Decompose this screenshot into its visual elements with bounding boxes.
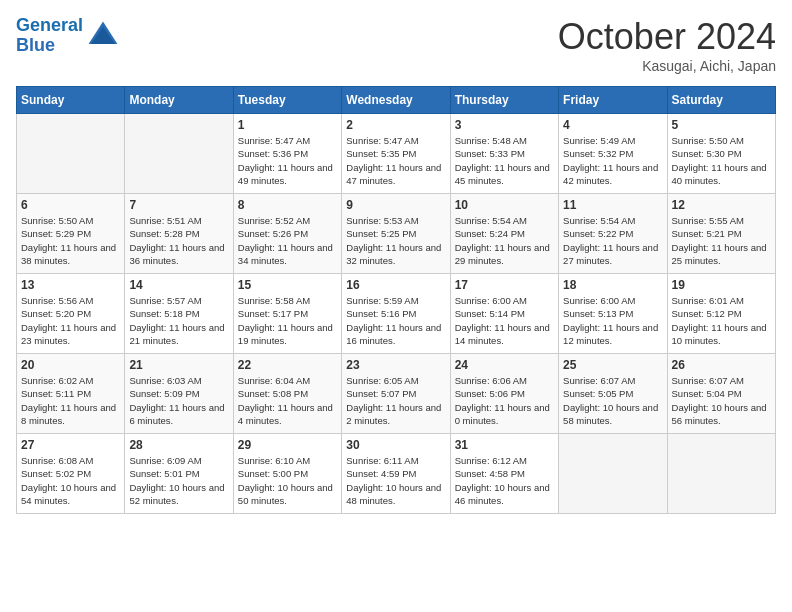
calendar-cell: 21Sunrise: 6:03 AM Sunset: 5:09 PM Dayli…: [125, 354, 233, 434]
day-number: 28: [129, 438, 228, 452]
calendar-cell: 16Sunrise: 5:59 AM Sunset: 5:16 PM Dayli…: [342, 274, 450, 354]
day-number: 5: [672, 118, 771, 132]
day-number: 24: [455, 358, 554, 372]
calendar-cell: 31Sunrise: 6:12 AM Sunset: 4:58 PM Dayli…: [450, 434, 558, 514]
day-info: Sunrise: 5:54 AM Sunset: 5:22 PM Dayligh…: [563, 214, 662, 267]
day-number: 29: [238, 438, 337, 452]
day-number: 18: [563, 278, 662, 292]
logo: GeneralBlue: [16, 16, 119, 56]
day-number: 8: [238, 198, 337, 212]
day-info: Sunrise: 6:00 AM Sunset: 5:13 PM Dayligh…: [563, 294, 662, 347]
day-info: Sunrise: 5:57 AM Sunset: 5:18 PM Dayligh…: [129, 294, 228, 347]
calendar-cell: 30Sunrise: 6:11 AM Sunset: 4:59 PM Dayli…: [342, 434, 450, 514]
day-number: 16: [346, 278, 445, 292]
calendar-cell: 6Sunrise: 5:50 AM Sunset: 5:29 PM Daylig…: [17, 194, 125, 274]
day-of-week-header: Thursday: [450, 87, 558, 114]
calendar-cell: 13Sunrise: 5:56 AM Sunset: 5:20 PM Dayli…: [17, 274, 125, 354]
day-info: Sunrise: 6:10 AM Sunset: 5:00 PM Dayligh…: [238, 454, 337, 507]
day-number: 23: [346, 358, 445, 372]
day-number: 10: [455, 198, 554, 212]
calendar-cell: 26Sunrise: 6:07 AM Sunset: 5:04 PM Dayli…: [667, 354, 775, 434]
day-info: Sunrise: 5:58 AM Sunset: 5:17 PM Dayligh…: [238, 294, 337, 347]
day-of-week-header: Friday: [559, 87, 667, 114]
day-info: Sunrise: 5:47 AM Sunset: 5:35 PM Dayligh…: [346, 134, 445, 187]
day-number: 11: [563, 198, 662, 212]
calendar-cell: 24Sunrise: 6:06 AM Sunset: 5:06 PM Dayli…: [450, 354, 558, 434]
calendar-cell: 3Sunrise: 5:48 AM Sunset: 5:33 PM Daylig…: [450, 114, 558, 194]
calendar-cell: 29Sunrise: 6:10 AM Sunset: 5:00 PM Dayli…: [233, 434, 341, 514]
calendar-week-row: 13Sunrise: 5:56 AM Sunset: 5:20 PM Dayli…: [17, 274, 776, 354]
day-info: Sunrise: 6:07 AM Sunset: 5:04 PM Dayligh…: [672, 374, 771, 427]
day-info: Sunrise: 6:01 AM Sunset: 5:12 PM Dayligh…: [672, 294, 771, 347]
day-info: Sunrise: 5:50 AM Sunset: 5:29 PM Dayligh…: [21, 214, 120, 267]
day-info: Sunrise: 5:50 AM Sunset: 5:30 PM Dayligh…: [672, 134, 771, 187]
day-info: Sunrise: 6:02 AM Sunset: 5:11 PM Dayligh…: [21, 374, 120, 427]
day-number: 12: [672, 198, 771, 212]
day-of-week-header: Sunday: [17, 87, 125, 114]
day-number: 30: [346, 438, 445, 452]
calendar-cell: [559, 434, 667, 514]
day-number: 1: [238, 118, 337, 132]
day-number: 9: [346, 198, 445, 212]
day-info: Sunrise: 6:03 AM Sunset: 5:09 PM Dayligh…: [129, 374, 228, 427]
day-number: 21: [129, 358, 228, 372]
day-of-week-header: Wednesday: [342, 87, 450, 114]
logo-text: GeneralBlue: [16, 16, 83, 56]
calendar-cell: [125, 114, 233, 194]
calendar-cell: 12Sunrise: 5:55 AM Sunset: 5:21 PM Dayli…: [667, 194, 775, 274]
day-info: Sunrise: 5:59 AM Sunset: 5:16 PM Dayligh…: [346, 294, 445, 347]
calendar-cell: 14Sunrise: 5:57 AM Sunset: 5:18 PM Dayli…: [125, 274, 233, 354]
calendar-cell: 2Sunrise: 5:47 AM Sunset: 5:35 PM Daylig…: [342, 114, 450, 194]
calendar-cell: [17, 114, 125, 194]
day-of-week-header: Saturday: [667, 87, 775, 114]
calendar-cell: 23Sunrise: 6:05 AM Sunset: 5:07 PM Dayli…: [342, 354, 450, 434]
day-info: Sunrise: 5:54 AM Sunset: 5:24 PM Dayligh…: [455, 214, 554, 267]
day-number: 19: [672, 278, 771, 292]
day-of-week-header: Tuesday: [233, 87, 341, 114]
calendar-cell: 28Sunrise: 6:09 AM Sunset: 5:01 PM Dayli…: [125, 434, 233, 514]
day-number: 7: [129, 198, 228, 212]
calendar-cell: 10Sunrise: 5:54 AM Sunset: 5:24 PM Dayli…: [450, 194, 558, 274]
day-info: Sunrise: 5:48 AM Sunset: 5:33 PM Dayligh…: [455, 134, 554, 187]
calendar-week-row: 20Sunrise: 6:02 AM Sunset: 5:11 PM Dayli…: [17, 354, 776, 434]
day-info: Sunrise: 5:53 AM Sunset: 5:25 PM Dayligh…: [346, 214, 445, 267]
calendar-cell: 1Sunrise: 5:47 AM Sunset: 5:36 PM Daylig…: [233, 114, 341, 194]
day-number: 31: [455, 438, 554, 452]
calendar-cell: 19Sunrise: 6:01 AM Sunset: 5:12 PM Dayli…: [667, 274, 775, 354]
calendar-week-row: 6Sunrise: 5:50 AM Sunset: 5:29 PM Daylig…: [17, 194, 776, 274]
location: Kasugai, Aichi, Japan: [558, 58, 776, 74]
day-number: 25: [563, 358, 662, 372]
day-info: Sunrise: 6:04 AM Sunset: 5:08 PM Dayligh…: [238, 374, 337, 427]
calendar-cell: 9Sunrise: 5:53 AM Sunset: 5:25 PM Daylig…: [342, 194, 450, 274]
calendar-cell: 7Sunrise: 5:51 AM Sunset: 5:28 PM Daylig…: [125, 194, 233, 274]
day-info: Sunrise: 5:52 AM Sunset: 5:26 PM Dayligh…: [238, 214, 337, 267]
day-number: 14: [129, 278, 228, 292]
day-info: Sunrise: 6:07 AM Sunset: 5:05 PM Dayligh…: [563, 374, 662, 427]
day-number: 13: [21, 278, 120, 292]
day-info: Sunrise: 5:56 AM Sunset: 5:20 PM Dayligh…: [21, 294, 120, 347]
day-info: Sunrise: 5:51 AM Sunset: 5:28 PM Dayligh…: [129, 214, 228, 267]
day-info: Sunrise: 6:12 AM Sunset: 4:58 PM Dayligh…: [455, 454, 554, 507]
calendar-table: SundayMondayTuesdayWednesdayThursdayFrid…: [16, 86, 776, 514]
day-number: 4: [563, 118, 662, 132]
calendar-week-row: 27Sunrise: 6:08 AM Sunset: 5:02 PM Dayli…: [17, 434, 776, 514]
calendar-cell: 18Sunrise: 6:00 AM Sunset: 5:13 PM Dayli…: [559, 274, 667, 354]
calendar-cell: 25Sunrise: 6:07 AM Sunset: 5:05 PM Dayli…: [559, 354, 667, 434]
calendar-cell: 11Sunrise: 5:54 AM Sunset: 5:22 PM Dayli…: [559, 194, 667, 274]
day-info: Sunrise: 6:06 AM Sunset: 5:06 PM Dayligh…: [455, 374, 554, 427]
calendar-cell: 20Sunrise: 6:02 AM Sunset: 5:11 PM Dayli…: [17, 354, 125, 434]
day-number: 17: [455, 278, 554, 292]
calendar-cell: 15Sunrise: 5:58 AM Sunset: 5:17 PM Dayli…: [233, 274, 341, 354]
calendar-cell: 4Sunrise: 5:49 AM Sunset: 5:32 PM Daylig…: [559, 114, 667, 194]
month-title: October 2024: [558, 16, 776, 58]
logo-icon: [87, 20, 119, 52]
calendar-cell: 8Sunrise: 5:52 AM Sunset: 5:26 PM Daylig…: [233, 194, 341, 274]
day-number: 15: [238, 278, 337, 292]
day-info: Sunrise: 5:49 AM Sunset: 5:32 PM Dayligh…: [563, 134, 662, 187]
title-area: October 2024 Kasugai, Aichi, Japan: [558, 16, 776, 74]
calendar-cell: 17Sunrise: 6:00 AM Sunset: 5:14 PM Dayli…: [450, 274, 558, 354]
calendar-cell: 5Sunrise: 5:50 AM Sunset: 5:30 PM Daylig…: [667, 114, 775, 194]
day-info: Sunrise: 6:00 AM Sunset: 5:14 PM Dayligh…: [455, 294, 554, 347]
day-number: 6: [21, 198, 120, 212]
day-info: Sunrise: 6:11 AM Sunset: 4:59 PM Dayligh…: [346, 454, 445, 507]
